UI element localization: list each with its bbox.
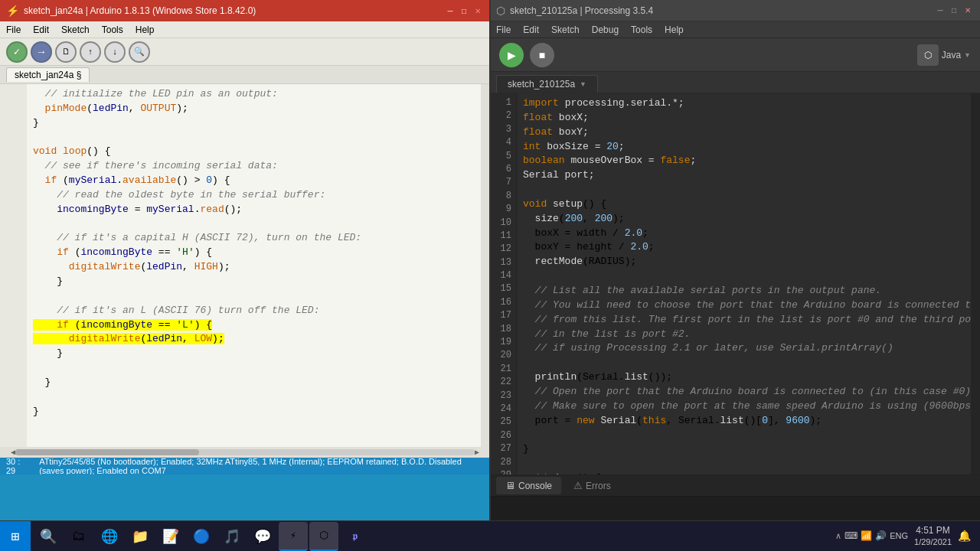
taskbar-app-files[interactable]: 🗂 <box>64 522 93 551</box>
line-num-21: 21 <box>490 363 516 376</box>
arduino-board-info: ATtiny25/45/85 (No bootloader); Enabled;… <box>39 457 484 475</box>
processing-tab-dropdown-icon[interactable]: ▼ <box>580 80 586 88</box>
processing-menu-debug[interactable]: Debug <box>592 24 619 35</box>
processing-lang-selector[interactable]: ⬡ Java ▼ <box>917 44 971 66</box>
taskbar: ⊞ 🔍 🗂 🌐 📁 📝 🔵 🎵 💬 ⚡ ⬡ 𝖕 ∧ ⌨ 📶 🔊 ENG 4:51… <box>0 520 980 551</box>
line-num-25: 25 <box>490 416 516 429</box>
line-num-26: 26 <box>490 429 516 442</box>
line-num-7: 7 <box>490 176 516 189</box>
arduino-close-btn[interactable]: ✕ <box>472 5 484 17</box>
arduino-scroll-thumb[interactable] <box>15 449 199 455</box>
taskbar-app-blue[interactable]: 🔵 <box>187 522 216 551</box>
processing-maximize-btn[interactable]: □ <box>948 5 960 17</box>
line-num-3: 3 <box>490 123 516 136</box>
taskbar-right: ∧ ⌨ 📶 🔊 ENG 4:51 PM 1/29/2021 🔔 <box>826 525 980 548</box>
line-num-24: 24 <box>490 403 516 416</box>
arduino-menubar: File Edit Sketch Tools Help <box>0 21 490 38</box>
arduino-scroll-track[interactable] <box>15 449 475 455</box>
arduino-open-btn[interactable]: ↑ <box>80 41 101 63</box>
processing-menu-edit[interactable]: Edit <box>523 24 539 35</box>
processing-toolbar: ▶ ■ ⬡ Java ▼ <box>490 38 980 72</box>
arduino-toolbar: ✓ → 🗋 ↑ ↓ 🔍 <box>0 38 490 66</box>
arduino-scroll-right[interactable]: ▶ <box>475 448 479 457</box>
arduino-monitor-btn[interactable]: 🔍 <box>129 41 150 63</box>
arduino-menu-sketch[interactable]: Sketch <box>61 24 90 35</box>
taskbar-app-explorer[interactable]: 📁 <box>126 522 155 551</box>
processing-errors-tab[interactable]: ⚠ Errors <box>564 477 620 494</box>
line-num-5: 5 <box>490 150 516 163</box>
taskbar-clock[interactable]: 4:51 PM 1/29/2021 <box>914 525 952 548</box>
line-num-9: 9 <box>490 203 516 216</box>
line-num-20: 20 <box>490 349 516 362</box>
line-num-29: 29 <box>490 469 516 474</box>
systray: ∧ ⌨ 📶 🔊 ENG <box>835 530 908 541</box>
line-num-12: 12 <box>490 243 516 256</box>
processing-code-editor[interactable]: import processing.serial.*; float boxX; … <box>517 93 971 474</box>
processing-scrollbar-vertical[interactable] <box>971 93 980 474</box>
taskbar-app-browser[interactable]: 🌐 <box>95 522 124 551</box>
processing-lang-dropdown-icon[interactable]: ▼ <box>964 51 971 59</box>
line-num-16: 16 <box>490 296 516 309</box>
processing-lang-icon: ⬡ <box>917 44 939 66</box>
arduino-minimize-btn[interactable]: ─ <box>444 5 456 17</box>
taskbar-app-arduino[interactable]: ⚡ <box>279 522 308 551</box>
arduino-verify-btn[interactable]: ✓ <box>6 41 28 63</box>
processing-menu-tools[interactable]: Tools <box>631 24 652 35</box>
arduino-title: sketch_jan24a | Arduino 1.8.13 (Windows … <box>24 5 256 16</box>
systray-lang[interactable]: ENG <box>890 531 908 540</box>
processing-menu-help[interactable]: Help <box>665 24 684 35</box>
processing-lang-label: Java <box>942 50 961 60</box>
line-num-17: 17 <box>490 309 516 322</box>
processing-minimize-btn[interactable]: ─ <box>934 5 946 17</box>
start-button[interactable]: ⊞ <box>0 521 31 552</box>
line-num-28: 28 <box>490 456 516 469</box>
arduino-title-left: ⚡ sketch_jan24a | Arduino 1.8.13 (Window… <box>6 5 256 17</box>
processing-close-btn[interactable]: ✕ <box>962 5 974 17</box>
arduino-upload-btn[interactable]: → <box>31 41 52 63</box>
arduino-menu-file[interactable]: File <box>6 24 21 35</box>
systray-keyboard: ⌨ <box>844 530 858 541</box>
arduino-save-btn[interactable]: ↓ <box>104 41 126 63</box>
line-num-6: 6 <box>490 163 516 176</box>
processing-menu-sketch[interactable]: Sketch <box>551 24 580 35</box>
taskbar-app-processing[interactable]: ⬡ <box>309 522 338 551</box>
processing-menu-file[interactable]: File <box>496 24 511 35</box>
processing-window-controls[interactable]: ─ □ ✕ <box>934 5 974 17</box>
processing-tab[interactable]: sketch_210125a ▼ <box>496 75 598 93</box>
systray-arrow[interactable]: ∧ <box>835 531 841 541</box>
arduino-statusbar: 30 : 29 ATtiny25/45/85 (No bootloader); … <box>0 458 490 474</box>
line-num-18: 18 <box>490 323 516 336</box>
processing-stop-btn[interactable]: ■ <box>530 43 554 67</box>
taskbar-app-search[interactable]: 🔍 <box>34 522 63 551</box>
taskbar-app-chat[interactable]: 💬 <box>248 522 277 551</box>
systray-network: 📶 <box>861 530 872 541</box>
arduino-scrollbar-horizontal[interactable]: ◀ ▶ <box>0 447 490 458</box>
processing-run-btn[interactable]: ▶ <box>499 43 524 67</box>
processing-console-label: Console <box>518 481 552 491</box>
taskbar-app-notepad[interactable]: 📝 <box>156 522 185 551</box>
processing-tab-label: sketch_210125a <box>508 79 575 90</box>
arduino-cursor-pos: 30 : 29 <box>6 457 27 475</box>
line-num-13: 13 <box>490 256 516 269</box>
line-num-23: 23 <box>490 390 516 403</box>
taskbar-app-extra[interactable]: 𝖕 <box>340 522 369 551</box>
processing-titlebar: ⬡ sketch_210125a | Processing 3.5.4 ─ □ … <box>490 0 980 21</box>
arduino-menu-tools[interactable]: Tools <box>102 24 123 35</box>
processing-title-left: ⬡ sketch_210125a | Processing 3.5.4 <box>496 5 653 17</box>
arduino-new-btn[interactable]: 🗋 <box>55 41 77 63</box>
line-num-2: 2 <box>490 109 516 122</box>
arduino-maximize-btn[interactable]: □ <box>458 5 470 17</box>
arduino-menu-edit[interactable]: Edit <box>33 24 49 35</box>
arduino-window: ⚡ sketch_jan24a | Arduino 1.8.13 (Window… <box>0 0 490 551</box>
line-num-1: 1 <box>490 96 516 109</box>
arduino-menu-help[interactable]: Help <box>136 24 155 35</box>
processing-editor: 1 2 3 4 5 6 7 8 9 10 11 12 13 14 15 16 1… <box>490 93 980 474</box>
line-num-19: 19 <box>490 336 516 349</box>
taskbar-app-music[interactable]: 🎵 <box>217 522 247 551</box>
taskbar-notifications[interactable]: 🔔 <box>958 530 971 542</box>
arduino-window-controls[interactable]: ─ □ ✕ <box>444 5 484 17</box>
arduino-tab[interactable]: sketch_jan24a § <box>6 67 90 82</box>
arduino-line-numbers <box>0 84 27 447</box>
processing-console-tab[interactable]: 🖥 Console <box>496 477 561 494</box>
arduino-code-editor[interactable]: // initialize the LED pin as an output: … <box>27 84 481 447</box>
